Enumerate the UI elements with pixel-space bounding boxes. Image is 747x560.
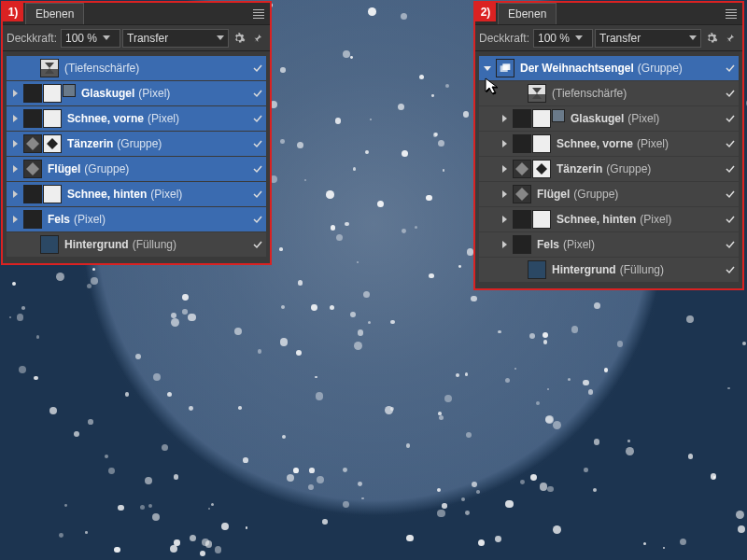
expand-toggle[interactable]	[8, 188, 21, 201]
chevron-down-icon	[689, 35, 697, 40]
layer-label: (Tiefenschärfe)	[64, 62, 139, 75]
layer-thumbnail	[23, 160, 42, 178]
expand-toggle[interactable]	[498, 188, 511, 201]
layer-label: Flügel(Gruppe)	[48, 162, 129, 175]
layer-label: Hintergrund(Füllung)	[64, 238, 176, 251]
visibility-checkbox[interactable]	[723, 161, 738, 176]
layer-row[interactable]: (Tiefenschärfe)	[479, 81, 739, 105]
layer-name: Schnee, hinten	[557, 213, 636, 226]
opacity-combo[interactable]: 100 %	[61, 29, 120, 48]
layer-row[interactable]: Fels(Pixel)	[479, 232, 739, 257]
layer-label: Schnee, hinten(Pixel)	[67, 188, 182, 201]
layer-row[interactable]: Glaskugel(Pixel)	[479, 106, 739, 131]
thumbnails	[23, 210, 42, 229]
layer-type: (Pixel)	[150, 188, 182, 201]
expand-toggle[interactable]	[25, 62, 38, 75]
layer-row[interactable]: Der Weihnachtsengel(Gruppe)	[479, 56, 739, 80]
layer-row[interactable]: Fels(Pixel)	[7, 207, 266, 231]
visibility-checkbox[interactable]	[250, 161, 265, 176]
expand-toggle[interactable]	[481, 62, 494, 75]
visibility-checkbox[interactable]	[250, 237, 265, 252]
layer-row[interactable]: Schnee, vorne(Pixel)	[7, 106, 266, 131]
opacity-combo[interactable]: 100 %	[533, 29, 593, 48]
visibility-checkbox[interactable]	[723, 61, 738, 76]
visibility-checkbox[interactable]	[723, 111, 738, 126]
layer-row[interactable]: Glaskugel(Pixel)	[7, 81, 266, 105]
layer-row[interactable]: Tänzerin(Gruppe)	[7, 132, 266, 156]
layer-row[interactable]: Tänzerin(Gruppe)	[479, 157, 739, 181]
expand-toggle[interactable]	[8, 162, 21, 175]
visibility-checkbox[interactable]	[723, 212, 738, 227]
layer-type: (Pixel)	[637, 137, 669, 150]
layer-row[interactable]: Flügel(Gruppe)	[479, 182, 739, 206]
visibility-checkbox[interactable]	[723, 237, 738, 252]
visibility-checkbox[interactable]	[250, 212, 265, 227]
layer-type: (Pixel)	[148, 112, 179, 125]
expand-toggle[interactable]	[498, 112, 511, 125]
thumbnails	[513, 210, 551, 229]
thumbnails	[513, 109, 565, 128]
layer-row[interactable]: (Tiefenschärfe)	[7, 56, 266, 80]
layers-panel-2: 2) Ebenen Deckkraft: 100 % Transfer Der …	[473, 1, 744, 290]
expand-toggle[interactable]	[8, 213, 21, 226]
visibility-checkbox[interactable]	[250, 136, 265, 151]
visibility-checkbox[interactable]	[723, 187, 738, 202]
layer-name: Fels	[537, 238, 559, 251]
layer-row[interactable]: Schnee, vorne(Pixel)	[479, 132, 739, 156]
expand-toggle[interactable]	[498, 137, 511, 150]
layer-type: (Tiefenschärfe)	[64, 62, 139, 75]
mask-thumbnail	[532, 134, 551, 153]
expand-toggle[interactable]	[513, 263, 526, 276]
opacity-value: 100 %	[65, 32, 97, 45]
layer-thumbnail	[513, 210, 531, 229]
thumbnails	[528, 260, 546, 279]
layer-row[interactable]: Flügel(Gruppe)	[7, 157, 266, 181]
expand-toggle[interactable]	[8, 87, 21, 100]
panel-menu-icon[interactable]	[249, 5, 268, 23]
layer-thumbnail	[23, 109, 42, 128]
gear-icon[interactable]	[231, 30, 247, 47]
mask-thumbnail	[43, 134, 62, 153]
layer-type: (Gruppe)	[117, 137, 162, 150]
blendmode-combo[interactable]: Transfer	[595, 29, 701, 48]
layer-list: Der Weihnachtsengel(Gruppe)(Tiefenschärf…	[475, 51, 742, 288]
layer-label: Schnee, hinten(Pixel)	[557, 213, 671, 226]
visibility-checkbox[interactable]	[723, 136, 738, 151]
panel-title-tab[interactable]: Ebenen	[25, 3, 84, 24]
pin-icon[interactable]	[249, 30, 266, 47]
opacity-value: 100 %	[538, 32, 570, 45]
layer-row[interactable]: Hintergrund(Füllung)	[7, 232, 266, 257]
visibility-checkbox[interactable]	[723, 86, 738, 101]
expand-toggle[interactable]	[513, 87, 526, 100]
layer-row[interactable]: Schnee, hinten(Pixel)	[7, 182, 266, 206]
visibility-checkbox[interactable]	[250, 187, 265, 202]
layer-type: (Pixel)	[563, 238, 595, 251]
thumbnails	[40, 59, 59, 77]
panel-title-tab[interactable]: Ebenen	[498, 3, 557, 24]
expand-toggle[interactable]	[25, 238, 38, 251]
expand-toggle[interactable]	[498, 162, 511, 175]
blendmode-combo[interactable]: Transfer	[122, 29, 229, 48]
visibility-checkbox[interactable]	[723, 262, 738, 277]
layer-type: (Pixel)	[627, 112, 659, 125]
gear-icon[interactable]	[703, 30, 720, 47]
layer-label: (Tiefenschärfe)	[552, 87, 627, 100]
visibility-checkbox[interactable]	[250, 111, 265, 126]
layer-row[interactable]: Hintergrund(Füllung)	[479, 258, 739, 282]
fill-thumbnail	[528, 260, 546, 279]
layer-name: Flügel	[537, 188, 570, 201]
layer-thumbnail	[513, 134, 531, 153]
child-thumbnail	[63, 84, 76, 97]
expand-toggle[interactable]	[8, 137, 21, 150]
thumbnails	[40, 235, 59, 254]
expand-toggle[interactable]	[498, 238, 511, 251]
expand-toggle[interactable]	[498, 213, 511, 226]
layer-name: Glaskugel	[81, 87, 134, 100]
pin-icon[interactable]	[722, 30, 739, 47]
expand-toggle[interactable]	[8, 112, 21, 125]
layer-type: (Gruppe)	[606, 162, 651, 175]
panel-menu-icon[interactable]	[722, 5, 740, 23]
visibility-checkbox[interactable]	[250, 61, 265, 76]
visibility-checkbox[interactable]	[250, 86, 265, 101]
layer-row[interactable]: Schnee, hinten(Pixel)	[479, 207, 739, 231]
